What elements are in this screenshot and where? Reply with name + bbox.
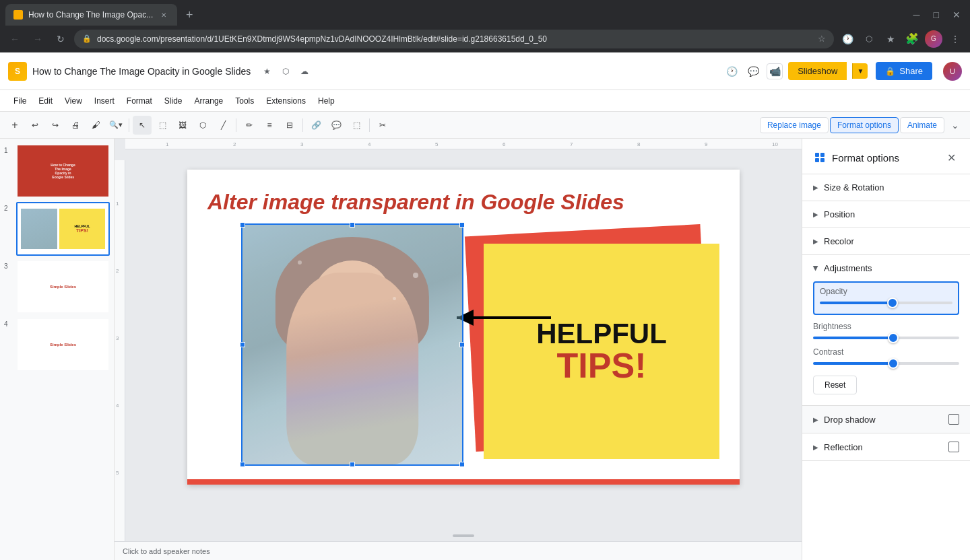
handle-mid-left[interactable]	[240, 342, 245, 347]
align2-tool[interactable]: ⊟	[280, 116, 299, 135]
select-tool[interactable]: ↖	[133, 116, 152, 135]
transform-tool[interactable]: ⬚	[347, 116, 366, 135]
align-tool[interactable]: ≡	[260, 116, 279, 135]
star-icon[interactable]: ★	[259, 63, 275, 79]
undo-button[interactable]: ↩	[26, 116, 44, 135]
app-logo: S	[8, 62, 27, 81]
back-button[interactable]: ←	[5, 30, 24, 48]
menu-item-insert[interactable]: Insert	[89, 94, 120, 108]
size-rotation-header[interactable]: ▶ Size & Rotation	[802, 174, 970, 201]
print-button[interactable]: 🖨	[66, 116, 85, 135]
slide-thumb-2[interactable]: 2 HELPFUL TIPS!	[4, 202, 110, 256]
menu-item-edit[interactable]: Edit	[33, 94, 58, 108]
menu-icon[interactable]: ⋮	[946, 30, 965, 48]
extension-icon[interactable]: 🧩	[903, 30, 922, 48]
reset-button[interactable]: Reset	[813, 376, 857, 394]
handle-top-right[interactable]	[459, 222, 465, 228]
image-tool[interactable]: 🖼	[173, 116, 192, 135]
recolor-section: ▶ Recolor	[802, 228, 970, 255]
menu-item-file[interactable]: File	[8, 94, 32, 108]
menu-item-arrange[interactable]: Arrange	[189, 94, 229, 108]
drop-shadow-header[interactable]: ▶ Drop shadow	[802, 406, 970, 433]
zoom-button[interactable]: 🔍▾	[106, 116, 125, 135]
history-icon[interactable]: 🕐	[838, 30, 857, 48]
handle-top-left[interactable]	[240, 222, 245, 228]
menu-item-extensions[interactable]: Extensions	[261, 94, 311, 108]
reflection-checkbox[interactable]	[948, 442, 959, 452]
collapse-button[interactable]: ⌄	[946, 116, 965, 135]
ruler-vertical: 1 2 3 4 5	[115, 160, 125, 541]
redo-button[interactable]: ↪	[46, 116, 65, 135]
handle-bottom-right[interactable]	[459, 462, 465, 467]
slide-image-container[interactable]	[241, 223, 463, 466]
handle-bottom-left[interactable]	[240, 462, 245, 467]
line-tool[interactable]: ╱	[214, 116, 232, 135]
opacity-track[interactable]	[820, 302, 952, 304]
link-tool[interactable]: 🔗	[306, 116, 325, 135]
slide-thumb-3[interactable]: 3 Simple Slides	[4, 260, 110, 314]
offline-icon[interactable]: ⬡	[278, 63, 294, 79]
bookmark-icon[interactable]: ★	[881, 30, 900, 48]
comment-tool[interactable]: 💬	[327, 116, 346, 135]
app-header: S How to Change The Image Opacity in Goo…	[0, 53, 970, 90]
new-tab-button[interactable]: +	[180, 5, 199, 24]
brightness-track[interactable]	[813, 337, 959, 339]
menu-item-format[interactable]: Format	[121, 94, 158, 108]
brightness-thumb[interactable]	[888, 332, 899, 343]
minimize-button[interactable]: ─	[909, 8, 924, 22]
add-button[interactable]: +	[5, 116, 24, 135]
tab-close-button[interactable]: ✕	[158, 9, 169, 20]
opacity-slider-group: Opacity	[813, 281, 959, 315]
slide-thumb-1[interactable]: 1 How to ChangeThe ImageOpacity inGoogle…	[4, 144, 110, 198]
menu-item-slide[interactable]: Slide	[159, 94, 188, 108]
activity-icon[interactable]: 🕐	[723, 63, 740, 79]
speaker-notes-label[interactable]: Click to add speaker notes	[123, 547, 210, 555]
reload-button[interactable]: ↻	[51, 30, 70, 48]
format-options-button[interactable]: Format options	[830, 117, 899, 133]
slide-preview-4: Simple Slides	[16, 318, 110, 372]
menu-item-help[interactable]: Help	[313, 94, 340, 108]
position-header[interactable]: ▶ Position	[802, 201, 970, 228]
contrast-track[interactable]	[813, 362, 959, 365]
select-tool-2[interactable]: ⬚	[153, 116, 172, 135]
handle-bottom-center[interactable]	[350, 462, 355, 467]
handle-mid-right[interactable]	[459, 342, 465, 347]
address-bar[interactable]: 🔒 docs.google.com/presentation/d/1UEtKEn…	[74, 30, 834, 48]
screenshot-icon[interactable]: ⬡	[860, 30, 878, 48]
format-panel-close-button[interactable]: ✕	[943, 149, 959, 166]
replace-image-button[interactable]: Replace image	[760, 117, 829, 133]
crop-tool[interactable]: ✂	[373, 116, 392, 135]
animate-button[interactable]: Animate	[900, 117, 944, 133]
handle-top-center[interactable]	[350, 222, 355, 228]
menu-item-view[interactable]: View	[59, 94, 88, 108]
profile-icon[interactable]: G	[924, 30, 943, 48]
share-button[interactable]: 🔒 Share	[876, 62, 932, 80]
forward-button[interactable]: →	[28, 30, 47, 48]
pen-tool[interactable]: ✏	[240, 116, 259, 135]
svg-rect-3	[820, 153, 825, 157]
slideshow-dropdown-button[interactable]: ▼	[852, 63, 868, 79]
note-image[interactable]: HELPFUL TIPS!	[470, 230, 706, 446]
canvas-scroll[interactable]: Alter image transparent in Google Slides…	[125, 149, 802, 541]
adjustments-header[interactable]: ▶ Adjustments	[802, 255, 970, 281]
user-avatar[interactable]: U	[943, 62, 962, 81]
paint-format-button[interactable]: 🖌	[86, 116, 105, 135]
opacity-thumb[interactable]	[887, 298, 898, 308]
shape-tool[interactable]: ⬡	[193, 116, 212, 135]
close-window-button[interactable]: ✕	[948, 8, 965, 22]
drop-shadow-label: Drop shadow	[824, 415, 943, 425]
maximize-button[interactable]: □	[930, 8, 943, 22]
meet-button[interactable]: 📹	[767, 63, 783, 79]
tab-active[interactable]: How to Change The Image Opac... ✕	[5, 4, 177, 26]
comment-icon[interactable]: 💬	[745, 63, 761, 79]
star-icon[interactable]: ☆	[818, 34, 826, 44]
contrast-thumb[interactable]	[888, 358, 899, 369]
slide-thumb-4[interactable]: 4 Simple Slides	[4, 318, 110, 372]
drop-shadow-checkbox[interactable]	[948, 414, 959, 425]
reflection-header[interactable]: ▶ Reflection	[802, 433, 970, 460]
menu-item-tools[interactable]: Tools	[230, 94, 259, 108]
recolor-header[interactable]: ▶ Recolor	[802, 228, 970, 254]
contrast-label: Contrast	[813, 347, 959, 357]
cloud-icon[interactable]: ☁	[296, 63, 313, 79]
slideshow-button[interactable]: Slideshow	[788, 62, 847, 80]
